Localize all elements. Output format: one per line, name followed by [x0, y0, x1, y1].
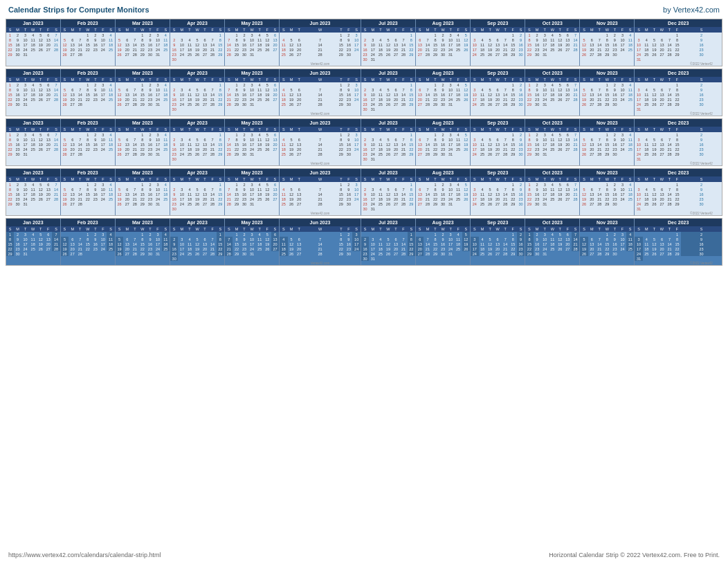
page-header: Calendar Strips for Computer Monitors by… [0, 0, 728, 17]
page-brand: by Vertex42.com [663, 6, 720, 14]
page-footer: https://www.vertex42.com/calendars/calen… [8, 552, 720, 558]
footer-copyright: Horizontal Calendar Strip © 2022 Vertex4… [549, 552, 720, 558]
calendar-strip-1: Jan 2023Feb 2023Mar 2023Apr 2023May 2023… [6, 19, 722, 66]
calendar-strip-2: Jan 2023Feb 2023Mar 2023Apr 2023May 2023… [6, 69, 722, 116]
calendar-strip-3: Jan 2023Feb 2023Mar 2023Apr 2023May 2023… [6, 118, 722, 166]
footer-url: https://www.vertex42.com/calendars/calen… [8, 552, 161, 558]
calendar-strip-4: Jan 2023Feb 2023Mar 2023Apr 2023May 2023… [6, 168, 722, 216]
calendar-strip-5: Jan 2023Feb 2023Mar 2023Apr 2023May 2023… [6, 218, 722, 266]
page-title: Calendar Strips for Computer Monitors [8, 6, 149, 14]
